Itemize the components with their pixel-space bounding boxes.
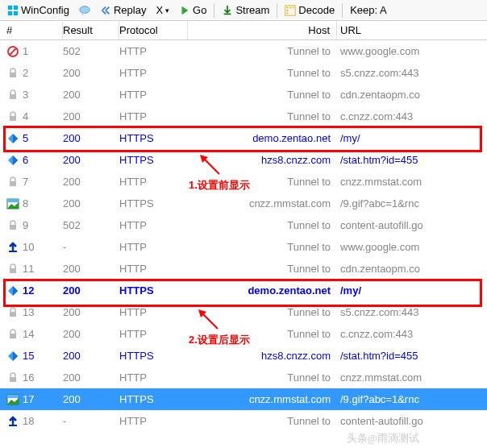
svg-rect-10	[287, 10, 289, 11]
decode-button[interactable]: Decode	[281, 2, 339, 18]
remove-button[interactable]: X ▾	[152, 2, 173, 18]
row-host: Tunnel to	[188, 371, 337, 384]
session-row[interactable]: 8200HTTPScnzz.mmstat.com/9.gif?abc=1&rnc	[0, 193, 487, 214]
row-url: cdn.zentaopm.co	[337, 89, 487, 101]
svg-rect-21	[9, 251, 17, 252]
bubble-icon	[79, 5, 90, 16]
windows-icon	[7, 5, 19, 16]
stream-label: Stream	[235, 4, 269, 16]
row-result: 200	[63, 393, 119, 405]
row-result: 200	[63, 154, 119, 166]
row-host: Tunnel to	[188, 176, 337, 188]
diamond-icon	[6, 350, 19, 363]
svg-rect-5	[224, 13, 231, 15]
row-protocol: HTTPS	[119, 393, 188, 405]
forbid-icon	[6, 45, 19, 58]
session-row[interactable]: 17200HTTPScnzz.mmstat.com/9.gif?abc=1&rn…	[0, 388, 487, 410]
row-url: s5.cnzz.com:443	[337, 306, 487, 318]
row-num: 15	[23, 350, 34, 362]
separator	[277, 3, 277, 18]
row-host: Tunnel to	[188, 415, 337, 427]
session-row[interactable]: 3200HTTPTunnel tocdn.zentaopm.co	[0, 84, 487, 106]
keep-label: Keep: A	[350, 4, 387, 16]
row-num: 7	[23, 176, 28, 188]
session-row[interactable]: 4200HTTPTunnel toc.cnzz.com:443	[0, 106, 487, 127]
lock-icon	[6, 176, 19, 189]
image-icon	[6, 197, 19, 210]
session-row[interactable]: 7200HTTPTunnel tocnzz.mmstat.com	[0, 171, 487, 193]
session-row[interactable]: 16200HTTPTunnel tocnzz.mmstat.com	[0, 367, 487, 388]
lock-icon	[6, 67, 19, 80]
session-row[interactable]: 11200HTTPTunnel tocdn.zentaopm.co	[0, 258, 487, 280]
row-host: Tunnel to	[188, 241, 337, 253]
svg-rect-20	[10, 225, 16, 230]
row-num: 13	[23, 306, 34, 318]
keep-button[interactable]: Keep: A	[346, 2, 391, 18]
x-label: X	[156, 4, 163, 16]
row-result: 200	[63, 197, 119, 209]
header-protocol[interactable]: Protocol	[119, 21, 188, 39]
replay-label: Replay	[114, 4, 146, 16]
session-row[interactable]: 10-HTTPTunnel towww.google.com	[0, 236, 487, 258]
session-row[interactable]: 9502HTTPTunnel tocontent-autofill.go	[0, 214, 487, 236]
comment-button[interactable]	[75, 3, 94, 18]
row-url: www.google.com	[337, 241, 487, 253]
header-host[interactable]: Host	[188, 21, 337, 39]
session-row[interactable]: 5200HTTPSdemo.zentao.net/my/	[0, 127, 487, 149]
row-url: cnzz.mmstat.com	[337, 176, 487, 188]
row-num: 6	[23, 154, 28, 166]
lock-icon	[6, 263, 19, 276]
session-row[interactable]: 12200HTTPSdemo.zentao.net/my/	[0, 280, 487, 301]
diamond-icon	[6, 132, 19, 145]
row-host: Tunnel to	[188, 45, 337, 57]
row-host: demo.zentao.net	[188, 284, 337, 297]
go-label: Go	[193, 4, 206, 16]
row-url: cdn.zentaopm.co	[337, 263, 487, 275]
session-row[interactable]: 18-HTTPTunnel tocontent-autofill.go	[0, 410, 487, 432]
replay-button[interactable]: Replay	[96, 2, 150, 18]
header-num[interactable]: #	[0, 21, 63, 39]
row-result: -	[63, 241, 119, 253]
svg-rect-1	[14, 5, 18, 9]
row-num: 16	[23, 371, 34, 384]
row-url: /stat.htm?id=455	[337, 350, 487, 362]
decode-label: Decode	[298, 4, 335, 16]
stream-button[interactable]: Stream	[218, 2, 273, 18]
row-protocol: HTTPS	[119, 154, 188, 166]
go-icon	[179, 5, 190, 16]
session-row[interactable]: 6200HTTPShzs8.cnzz.com/stat.htm?id=455	[0, 149, 487, 171]
row-protocol: HTTP	[119, 306, 188, 318]
separator	[342, 3, 343, 18]
svg-rect-8	[289, 6, 291, 8]
row-host: Tunnel to	[188, 263, 337, 275]
session-row[interactable]: 14200HTTPTunnel toc.cnzz.com:443	[0, 323, 487, 345]
row-protocol: HTTP	[119, 89, 188, 101]
row-protocol: HTTP	[119, 241, 188, 253]
row-protocol: HTTP	[119, 67, 188, 79]
winconfig-button[interactable]: WinConfig	[3, 2, 73, 18]
lock-icon	[6, 328, 19, 341]
row-host: Tunnel to	[188, 219, 337, 231]
column-headers: # Result Protocol Host URL	[0, 21, 487, 40]
svg-rect-11	[287, 12, 289, 14]
row-result: 502	[63, 45, 119, 57]
row-url: c.cnzz.com:443	[337, 110, 487, 122]
session-row[interactable]: 13200HTTPTunnel tos5.cnzz.com:443	[0, 301, 487, 323]
svg-rect-9	[293, 6, 294, 8]
header-url[interactable]: URL	[337, 21, 487, 39]
session-row[interactable]: 15200HTTPShzs8.cnzz.com/stat.htm?id=455	[0, 345, 487, 367]
row-result: -	[63, 415, 119, 427]
row-result: 200	[63, 263, 119, 275]
go-button[interactable]: Go	[175, 2, 210, 18]
row-num: 14	[23, 328, 34, 340]
row-protocol: HTTP	[119, 328, 188, 340]
session-row[interactable]: 2200HTTPTunnel tos5.cnzz.com:443	[0, 62, 487, 84]
row-num: 2	[23, 67, 28, 79]
row-host: Tunnel to	[188, 306, 337, 318]
header-result[interactable]: Result	[63, 21, 119, 39]
row-protocol: HTTP	[119, 110, 188, 122]
row-host: cnzz.mmstat.com	[188, 393, 337, 405]
row-protocol: HTTPS	[119, 350, 188, 362]
svg-rect-17	[10, 181, 16, 186]
session-row[interactable]: 1502HTTPTunnel towww.google.com	[0, 40, 487, 62]
